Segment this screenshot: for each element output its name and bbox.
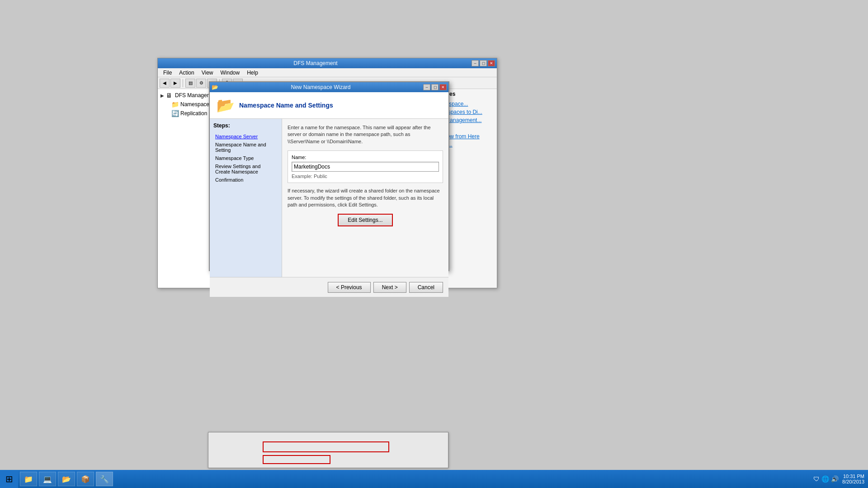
- dfs-taskbar-icon: 🔧: [100, 475, 109, 483]
- wizard-titlebar: 📂 New Namespace Wizard – ◻ ✕: [210, 82, 448, 92]
- system-clock[interactable]: 10:31 PM 8/20/2013: [842, 474, 864, 484]
- menu-file[interactable]: File: [160, 69, 175, 77]
- wizard-titlebar-buttons: – ◻ ✕: [423, 84, 447, 90]
- main-window-title: DFS Management: [160, 60, 472, 66]
- taskbar-items: 📁 💻 📂 📦 🔧: [18, 472, 810, 486]
- wizard-title: New Namespace Wizard: [218, 84, 423, 90]
- forward-button[interactable]: ▶: [170, 79, 180, 88]
- menu-help[interactable]: Help: [243, 69, 262, 77]
- toolbar-separator-1: [183, 79, 183, 87]
- properties-button[interactable]: ⚙: [196, 79, 206, 88]
- example-text: Example: Public: [292, 174, 439, 179]
- explorer-icon: 📁: [24, 475, 33, 483]
- menu-view[interactable]: View: [198, 69, 217, 77]
- tree-label-replication: Replication: [180, 110, 207, 117]
- sound-tray-icon[interactable]: 🔊: [831, 475, 839, 483]
- wizard-main-content: Enter a name for the namespace. This nam…: [282, 119, 448, 277]
- next-button[interactable]: Next >: [373, 282, 406, 293]
- package-icon: 📦: [81, 475, 90, 483]
- step-namespace-server[interactable]: Namespace Server: [213, 132, 278, 141]
- tree-label-namespaces: Namespaces: [180, 101, 212, 108]
- close-button[interactable]: ✕: [488, 60, 495, 66]
- taskbar-package[interactable]: 📦: [77, 472, 94, 486]
- wizard-steps-panel: Steps: Namespace Server Namespace Name a…: [210, 119, 282, 277]
- replication-icon: 🔄: [171, 110, 179, 117]
- tray-icons: 🛡 🌐 🔊: [813, 475, 839, 483]
- menu-action[interactable]: Action: [175, 69, 198, 77]
- taskbar-cmd[interactable]: 💻: [39, 472, 56, 486]
- wizard-restore-button[interactable]: ◻: [431, 84, 439, 90]
- namespace-name-input[interactable]: [292, 162, 439, 172]
- wizard-minimize-button[interactable]: –: [423, 84, 430, 90]
- wizard-header-icon: 📂: [217, 97, 235, 114]
- folder-icon: 📂: [62, 475, 71, 483]
- name-label: Name:: [292, 155, 439, 160]
- expand-icon: ▶: [160, 93, 166, 98]
- wizard-footer: < Previous Next > Cancel: [210, 277, 448, 297]
- name-section: Name: Example: Public: [288, 150, 443, 183]
- step-confirmation[interactable]: Confirmation: [213, 176, 278, 184]
- network-tray-icon[interactable]: 🌐: [821, 475, 829, 483]
- back-button[interactable]: ◀: [160, 79, 170, 88]
- step-namespace-name[interactable]: Namespace Name and Setting: [213, 141, 278, 154]
- step-namespace-type[interactable]: Namespace Type: [213, 154, 278, 162]
- wizard-description: Enter a name for the namespace. This nam…: [288, 124, 443, 145]
- steps-title: Steps:: [213, 122, 278, 129]
- restore-button[interactable]: ◻: [480, 60, 487, 66]
- cancel-button[interactable]: Cancel: [409, 282, 443, 293]
- edit-settings-button[interactable]: Edit Settings...: [338, 214, 392, 226]
- thumbnail-highlight-2: [263, 455, 330, 464]
- taskbar-folder[interactable]: 📂: [58, 472, 75, 486]
- thumbnail-preview: [208, 432, 448, 468]
- shield-tray-icon[interactable]: 🛡: [813, 475, 820, 483]
- taskbar-dfs[interactable]: 🔧: [96, 472, 113, 486]
- namespaces-icon: 📁: [171, 101, 179, 108]
- cmd-icon: 💻: [43, 475, 52, 483]
- wizard-icon-small: 📂: [212, 84, 218, 90]
- shared-folder-note: If necessary, the wizard will create a s…: [288, 188, 443, 208]
- clock-date: 8/20/2013: [842, 479, 864, 484]
- dfs-icon: 🖥: [166, 92, 173, 99]
- taskbar: ⊞ 📁 💻 📂 📦 🔧 🛡 🌐 🔊 10:31 PM 8/20/2013: [0, 470, 868, 488]
- start-button[interactable]: ⊞: [0, 470, 18, 488]
- wizard-header: 📂 Namespace Name and Settings: [210, 92, 448, 119]
- thumbnail-highlight-1: [263, 441, 389, 452]
- minimize-button[interactable]: –: [472, 60, 479, 66]
- wizard-header-title: Namespace Name and Settings: [239, 102, 333, 109]
- wizard-close-button[interactable]: ✕: [439, 84, 447, 90]
- system-tray: 🛡 🌐 🔊 10:31 PM 8/20/2013: [810, 474, 868, 484]
- thumbnail-inner: [208, 432, 448, 468]
- main-titlebar: DFS Management – ◻ ✕: [158, 58, 497, 68]
- taskbar-explorer[interactable]: 📁: [20, 472, 37, 486]
- menu-bar: File Action View Window Help: [158, 68, 497, 77]
- main-titlebar-buttons: – ◻ ✕: [472, 60, 495, 66]
- step-review-settings[interactable]: Review Settings and Create Namespace: [213, 162, 278, 176]
- previous-button[interactable]: < Previous: [328, 282, 371, 293]
- wizard-dialog: 📂 New Namespace Wizard – ◻ ✕ 📂 Namespace…: [209, 81, 449, 271]
- menu-window[interactable]: Window: [217, 69, 244, 77]
- wizard-body: Steps: Namespace Server Namespace Name a…: [210, 119, 448, 277]
- clock-time: 10:31 PM: [842, 474, 864, 479]
- show-hide-button[interactable]: ▤: [185, 79, 195, 88]
